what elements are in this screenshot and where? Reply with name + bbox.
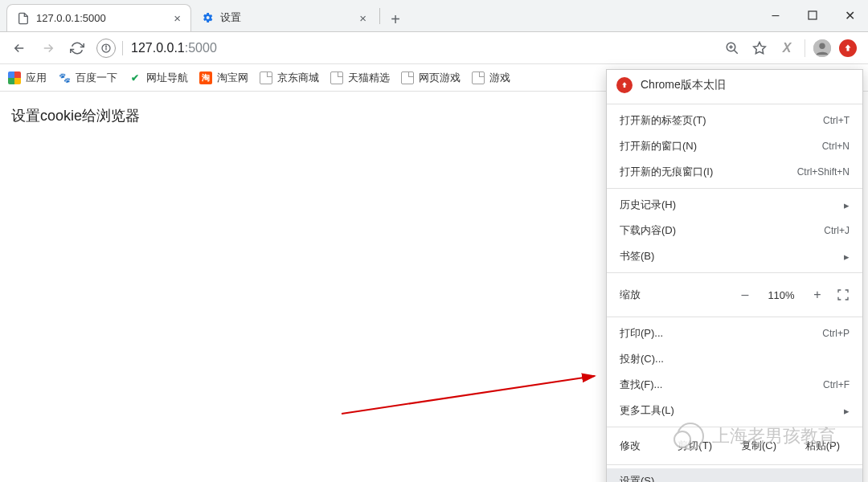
bookmark-item[interactable]: 天猫精选 (330, 71, 390, 85)
close-icon[interactable]: × (359, 11, 366, 25)
bookmark-item[interactable]: 京东商城 (260, 71, 319, 85)
reload-button[interactable] (64, 35, 90, 61)
bookmark-label: 网址导航 (146, 71, 188, 85)
favicon: 🐾 (58, 71, 71, 84)
menu-separator (607, 104, 862, 104)
menu-find[interactable]: 查找(F)...Ctrl+F (607, 372, 862, 398)
bookmark-item[interactable]: 🐾百度一下 (58, 71, 117, 85)
page-icon (401, 71, 414, 84)
new-tab-button[interactable]: + (383, 7, 407, 31)
bookmark-label: 淘宝网 (217, 71, 248, 85)
menu-separator (607, 272, 862, 273)
menu-separator (607, 188, 862, 189)
gear-icon (201, 11, 214, 24)
svg-marker-8 (754, 42, 766, 53)
chevron-right-icon: ▸ (844, 251, 850, 263)
star-icon[interactable] (750, 39, 769, 58)
page-icon (17, 12, 30, 25)
svg-rect-0 (809, 11, 817, 19)
bookmark-item[interactable]: 游戏 (472, 71, 510, 85)
window-minimize[interactable]: – (757, 0, 794, 31)
url-text: 127.0.0.1:5000 (131, 41, 217, 55)
tab-1[interactable]: 设置 × (191, 4, 376, 31)
menu-separator (607, 427, 862, 427)
svg-point-10 (819, 43, 825, 48)
menu-settings[interactable]: 设置(S) (607, 468, 862, 482)
menu-print[interactable]: 打印(P)...Ctrl+P (607, 321, 862, 346)
chevron-right-icon: ▸ (844, 199, 850, 211)
extension-icon[interactable]: X (777, 39, 796, 58)
bookmark-item[interactable]: 淘淘宝网 (199, 71, 248, 85)
zoom-icon[interactable] (723, 39, 742, 58)
separator (805, 39, 805, 57)
bookmark-label: 天猫精选 (348, 71, 390, 85)
menu-new-window[interactable]: 打开新的窗口(N)Ctrl+N (607, 133, 862, 159)
back-button[interactable] (6, 35, 32, 61)
chrome-menu-button[interactable] (839, 39, 857, 57)
tab-title: 设置 (220, 10, 241, 25)
page-icon (260, 71, 272, 84)
zoom-value: 110% (764, 289, 798, 301)
menu-downloads[interactable]: 下载内容(D)Ctrl+J (607, 218, 862, 243)
bookmark-label: 应用 (26, 71, 47, 85)
bookmark-item[interactable]: ✔网址导航 (129, 71, 188, 85)
menu-history[interactable]: 历史记录(H)▸ (607, 192, 862, 218)
annotation-arrow (338, 370, 603, 418)
bookmark-item[interactable]: 网页游戏 (401, 71, 461, 85)
menu-copy[interactable]: 复制(C) (731, 439, 785, 453)
window-close[interactable]: ✕ (831, 0, 868, 31)
favicon: 淘 (199, 71, 212, 84)
svg-line-5 (734, 50, 738, 54)
separator (122, 41, 123, 55)
menu-header: Chrome版本太旧 (607, 70, 862, 100)
page-icon (330, 71, 343, 84)
forward-button[interactable] (35, 35, 61, 61)
chevron-right-icon: ▸ (844, 405, 850, 417)
menu-zoom: 缩放 – 110% + (607, 276, 862, 313)
menu-cast[interactable]: 投射(C)... (607, 346, 862, 372)
page-icon (472, 71, 485, 84)
menu-new-incognito[interactable]: 打开新的无痕窗口(I)Ctrl+Shift+N (607, 159, 862, 185)
edit-label: 修改 (620, 439, 658, 453)
close-icon[interactable]: × (174, 11, 181, 25)
bookmark-label: 游戏 (489, 71, 510, 85)
update-icon (616, 77, 633, 93)
chrome-menu: Chrome版本太旧 打开新的标签页(T)Ctrl+T 打开新的窗口(N)Ctr… (606, 69, 863, 482)
address-bar[interactable]: 127.0.0.1:5000 (96, 36, 217, 60)
bookmark-label: 百度一下 (76, 71, 117, 85)
bookmark-label: 京东商城 (277, 71, 319, 85)
tab-0[interactable]: 127.0.0.1:5000 × (6, 4, 191, 31)
tab-separator (379, 8, 380, 24)
menu-separator (607, 317, 862, 317)
menu-edit-row: 修改 剪切(T) 复制(C) 粘贴(P) (607, 431, 862, 461)
profile-avatar[interactable] (813, 39, 831, 57)
favicon: ✔ (129, 71, 141, 84)
zoom-in-button[interactable]: + (809, 288, 825, 302)
bookmark-apps[interactable]: 应用 (8, 71, 47, 85)
zoom-label: 缩放 (620, 288, 726, 302)
menu-cut[interactable]: 剪切(T) (668, 439, 722, 453)
menu-new-tab[interactable]: 打开新的标签页(T)Ctrl+T (607, 108, 862, 133)
svg-point-3 (106, 46, 107, 47)
zoom-out-button[interactable]: – (737, 288, 753, 302)
fullscreen-icon[interactable] (837, 288, 850, 301)
menu-paste[interactable]: 粘贴(P) (796, 439, 850, 453)
svg-line-11 (342, 376, 595, 414)
apps-icon (8, 71, 21, 84)
tab-title: 127.0.0.1:5000 (36, 12, 106, 24)
site-info-icon[interactable] (96, 39, 116, 58)
window-maximize[interactable] (794, 0, 831, 31)
bookmark-label: 网页游戏 (419, 71, 461, 85)
menu-more-tools[interactable]: 更多工具(L)▸ (607, 398, 862, 423)
menu-separator (607, 464, 862, 465)
menu-bookmarks[interactable]: 书签(B)▸ (607, 243, 862, 269)
menu-header-text: Chrome版本太旧 (641, 78, 726, 92)
